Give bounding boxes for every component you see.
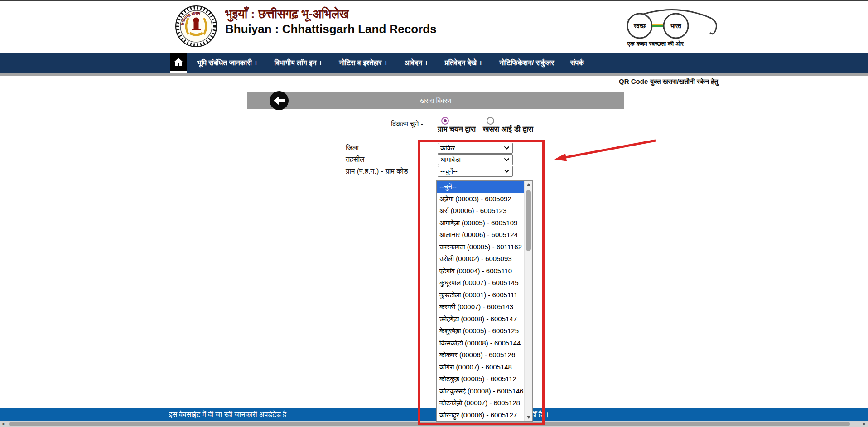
radio-label: खसरा आई डी द्वारा xyxy=(483,125,533,134)
radio-groups: ग्राम चयन द्वारा खसरा आई डी द्वारा xyxy=(438,117,533,134)
section-title-bar: खसरा विवरण xyxy=(247,92,624,109)
dropdown-scrollbar-thumb[interactable] xyxy=(526,190,531,251)
nav-item[interactable]: नोटिफिकेशन/ सर्कुलर xyxy=(499,59,554,67)
dropdown-option[interactable]: कोंगेरा (00007) - 6005148 xyxy=(437,361,524,374)
options-label: विकल्प चुने - xyxy=(391,120,423,128)
header: छत्तीसगढ़ शासन भुइयाँ : छत्तीसगढ़ भू-अभि… xyxy=(0,1,868,53)
chevron-down-icon xyxy=(504,170,509,173)
dropdown-option[interactable]: कोटकुरसई (00008) - 6005146 xyxy=(437,385,524,398)
dropdown-option[interactable]: एटेगांव (00004) - 6005110 xyxy=(437,265,524,277)
select-value: आमाबेडा xyxy=(440,155,461,164)
site-titles: भुइयाँ : छत्तीसगढ़ भू-अभिलेख Bhuiyan : C… xyxy=(225,6,437,36)
dropdown-option[interactable]: कोटकोड़ो (00007) - 6005128 xyxy=(437,397,524,409)
nav-items: भूमि संबंधित जानकारी + विभागीय लॉग इन + … xyxy=(197,53,584,73)
radio-icon[interactable] xyxy=(487,117,494,125)
horizontal-scrollbar[interactable]: ◄ ► xyxy=(0,421,868,427)
dropdown-option[interactable]: कोकवर (00006) - 6005126 xyxy=(437,349,524,361)
chevron-down-icon xyxy=(504,146,509,150)
navbar-shadow-strip xyxy=(0,73,868,76)
chevron-down-icon xyxy=(504,158,509,161)
chhattisgarh-government-emblem-logo: छत्तीसगढ़ शासन xyxy=(174,5,218,48)
dropdown-option[interactable]: कुधूरपाल (00007) - 6005145 xyxy=(437,277,524,289)
nav-home-tab[interactable] xyxy=(170,53,187,73)
main-navbar: भूमि संबंधित जानकारी + विभागीय लॉग इन + … xyxy=(0,53,868,73)
select-value: --चुनें-- xyxy=(440,167,458,175)
site-title-english: Bhuiyan : Chhattisgarh Land Records xyxy=(225,22,437,36)
scroll-right-arrow-icon[interactable]: ► xyxy=(863,421,867,427)
field-label: तहसील xyxy=(346,155,438,164)
svg-text:स्वच्छ: स्वच्छ xyxy=(633,23,646,29)
field-label: जिला xyxy=(346,144,438,152)
nav-item[interactable]: विभागीय लॉग इन + xyxy=(275,59,323,67)
horizontal-scrollbar-thumb[interactable] xyxy=(9,422,850,426)
footer-notice-bar: इस वेबसाईट में दी जा रही जानकारी अपडेटेड… xyxy=(0,408,868,421)
village-dropdown-list: --चुनें-- अड़ेगा (00003) - 6005092 अर्रा… xyxy=(436,180,533,422)
scroll-down-button[interactable] xyxy=(525,414,532,421)
form-row: जिला कांकेर xyxy=(346,142,540,154)
dropdown-option[interactable]: करमरी (00007) - 6005143 xyxy=(437,301,524,313)
field-label: ग्राम (प.ह.न.) - ग्राम कोड xyxy=(346,167,438,175)
dropdown-option[interactable]: अड़ेगा (00003) - 6005092 xyxy=(437,193,524,205)
radio-icon[interactable] xyxy=(441,117,449,125)
dropdown-option[interactable]: किसकोड़ो (00008) - 6005144 xyxy=(437,337,524,349)
dropdown-option[interactable]: --चुनें-- xyxy=(437,181,524,193)
form-row: तहसील आमाबेडा xyxy=(346,154,540,166)
site-title-hindi: भुइयाँ : छत्तीसगढ़ भू-अभिलेख xyxy=(225,6,437,22)
nav-item[interactable]: प्रतिवेदन देखे + xyxy=(445,59,483,67)
nav-item[interactable]: नोटिस व इश्तेहार + xyxy=(339,59,388,67)
radio-option[interactable]: ग्राम चयन द्वारा xyxy=(438,117,476,134)
home-icon xyxy=(174,58,183,66)
dropdown-option[interactable]: उपरकामता (00005) - 6011162 xyxy=(437,241,524,253)
qr-code-scan-link[interactable]: QR Code युक्त खसरा/खतौनी स्केन हेतु xyxy=(619,78,718,86)
scroll-left-arrow-icon[interactable]: ◄ xyxy=(1,421,5,427)
svg-text:भारत: भारत xyxy=(670,23,681,29)
radio-option[interactable]: खसरा आई डी द्वारा xyxy=(483,117,533,134)
scroll-down-arrow-icon xyxy=(527,416,530,419)
dropdown-option[interactable]: उसेली (00002) - 6005093 xyxy=(437,253,524,265)
dropdown-option[interactable]: केशुरबेड़ा (00005) - 6005125 xyxy=(437,325,524,337)
footer-notice-right: हीं है । xyxy=(531,408,549,421)
svg-text:एक कदम स्वच्छता की ओर: एक कदम स्वच्छता की ओर xyxy=(627,40,684,47)
select-field[interactable]: कांकेर xyxy=(438,143,513,154)
dropdown-option[interactable]: आमाबेड़ा (00005) - 6005109 xyxy=(437,217,524,229)
select-field[interactable]: --चुनें-- xyxy=(438,166,513,177)
dropdown-option[interactable]: कोटकुड़ (00005) - 6005112 xyxy=(437,373,524,385)
dropdown-option[interactable]: अर्रा (00006) - 6005123 xyxy=(437,205,524,217)
scroll-up-arrow-icon xyxy=(527,183,530,186)
nav-item[interactable]: आवेदन + xyxy=(404,59,428,67)
form-row: ग्राम (प.ह.न.) - ग्राम कोड --चुनें-- xyxy=(346,165,540,177)
nav-item[interactable]: भूमि संबंधित जानकारी + xyxy=(197,59,258,67)
nav-item[interactable]: संपर्क xyxy=(570,59,584,67)
scroll-up-button[interactable] xyxy=(525,181,532,188)
dropdown-option[interactable]: क्रोहबेड़ा (00008) - 6005147 xyxy=(437,313,524,325)
section-title: खसरा विवरण xyxy=(247,92,624,109)
footer-notice-left: इस वेबसाईट में दी जा रही जानकारी अपडेटेड… xyxy=(169,408,286,421)
dropdown-options: --चुनें-- अड़ेगा (00003) - 6005092 अर्रा… xyxy=(437,181,524,421)
location-form: जिला कांकेर तहसील आमाबेडा xyxy=(346,142,540,177)
select-value: कांकेर xyxy=(440,144,455,152)
radio-label: ग्राम चयन द्वारा xyxy=(438,125,476,134)
select-field[interactable]: आमाबेडा xyxy=(438,154,513,165)
dropdown-option[interactable]: आलानार (00006) - 6005124 xyxy=(437,229,524,241)
swachh-bharat-logo: स्वच्छ भारत एक कदम स्वच्छता की ओर xyxy=(622,5,721,49)
dropdown-option[interactable]: कुरूटोला (00001) - 6005111 xyxy=(437,289,524,301)
annotation-red-arrow xyxy=(546,134,664,166)
dropdown-scrollbar[interactable] xyxy=(524,181,532,421)
page: छत्तीसगढ़ शासन भुइयाँ : छत्तीसगढ़ भू-अभि… xyxy=(0,0,868,427)
dropdown-option[interactable]: कोरनहुर (00006) - 6005127 xyxy=(437,409,524,422)
